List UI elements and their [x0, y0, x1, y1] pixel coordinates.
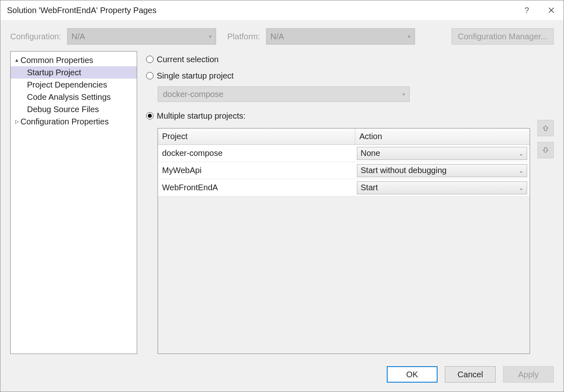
configuration-manager-button: Configuration Manager... — [451, 28, 554, 45]
expander-expanded-icon[interactable]: ▷ — [13, 119, 20, 124]
table-row[interactable]: WebFrontEndA Start ⌄ — [158, 179, 530, 196]
property-tree[interactable]: ▲ Common Properties Startup Project Proj… — [10, 51, 137, 354]
startup-projects-grid[interactable]: Project Action docker-compose None ⌄ — [158, 128, 530, 354]
grid-body: docker-compose None ⌄ MyWebApi — [158, 145, 530, 354]
chevron-down-icon: ⌄ — [519, 150, 523, 156]
column-header-project[interactable]: Project — [158, 128, 355, 144]
radio-multiple-startup[interactable]: Multiple startup projects: — [146, 109, 530, 122]
help-button[interactable]: ? — [514, 0, 539, 20]
chevron-down-icon: ⌄ — [519, 185, 523, 191]
configuration-label: Configuration: — [10, 32, 61, 41]
chevron-down-icon: ▾ — [209, 33, 212, 40]
cell-project: WebFrontEndA — [158, 179, 355, 196]
single-startup-combo: docker-compose ▾ — [158, 86, 410, 102]
radio-icon[interactable] — [146, 112, 153, 119]
cell-project: MyWebApi — [158, 162, 355, 179]
dialog-footer: OK Cancel Apply — [0, 360, 564, 392]
chevron-down-icon: ⌄ — [519, 167, 523, 173]
chevron-down-icon: ▾ — [408, 33, 411, 40]
configuration-value: N/A — [72, 32, 85, 41]
action-combo[interactable]: Start ⌄ — [357, 181, 527, 194]
content-area: ▲ Common Properties Startup Project Proj… — [0, 51, 564, 360]
column-header-action[interactable]: Action — [355, 128, 530, 144]
reorder-buttons — [537, 118, 554, 158]
apply-button: Apply — [503, 366, 554, 383]
move-down-button[interactable] — [537, 142, 554, 158]
tree-node-configuration-properties[interactable]: ▷ Configuration Properties — [11, 115, 137, 128]
cancel-button[interactable]: Cancel — [445, 366, 496, 383]
arrow-down-icon — [542, 147, 549, 153]
tree-item-debug-source-files[interactable]: Debug Source Files — [11, 103, 137, 115]
table-row[interactable]: MyWebApi Start without debugging ⌄ — [158, 162, 530, 179]
window-title: Solution 'WebFrontEndA' Property Pages — [7, 6, 514, 15]
tree-node-common-properties[interactable]: ▲ Common Properties — [11, 54, 137, 66]
ok-button[interactable]: OK — [387, 366, 438, 383]
radio-current-selection[interactable]: Current selection — [146, 53, 530, 66]
close-button[interactable] — [539, 0, 564, 20]
table-row[interactable]: docker-compose None ⌄ — [158, 145, 530, 162]
configuration-row: Configuration: N/A ▾ Platform: N/A ▾ Con… — [0, 20, 564, 51]
tree-item-startup-project[interactable]: Startup Project — [11, 66, 137, 79]
close-icon — [548, 7, 554, 13]
cell-project: docker-compose — [158, 145, 355, 162]
radio-icon[interactable] — [146, 56, 153, 63]
move-up-button[interactable] — [537, 120, 554, 136]
tree-item-code-analysis-settings[interactable]: Code Analysis Settings — [11, 91, 137, 103]
platform-combo: N/A ▾ — [266, 28, 415, 45]
title-bar: Solution 'WebFrontEndA' Property Pages ? — [0, 0, 564, 20]
platform-label: Platform: — [228, 32, 260, 41]
radio-single-startup[interactable]: Single startup project — [146, 69, 530, 82]
startup-panel: Current selection Single startup project… — [146, 51, 554, 354]
tree-item-project-dependencies[interactable]: Project Dependencies — [11, 79, 137, 91]
action-combo[interactable]: None ⌄ — [357, 147, 527, 160]
action-combo[interactable]: Start without debugging ⌄ — [357, 164, 527, 177]
grid-header: Project Action — [158, 128, 530, 145]
expander-collapsed-icon[interactable]: ▲ — [13, 57, 20, 63]
configuration-combo: N/A ▾ — [67, 28, 216, 45]
chevron-down-icon: ▾ — [402, 91, 405, 97]
radio-icon[interactable] — [146, 72, 153, 79]
platform-value: N/A — [271, 32, 284, 41]
arrow-up-icon — [542, 125, 549, 131]
